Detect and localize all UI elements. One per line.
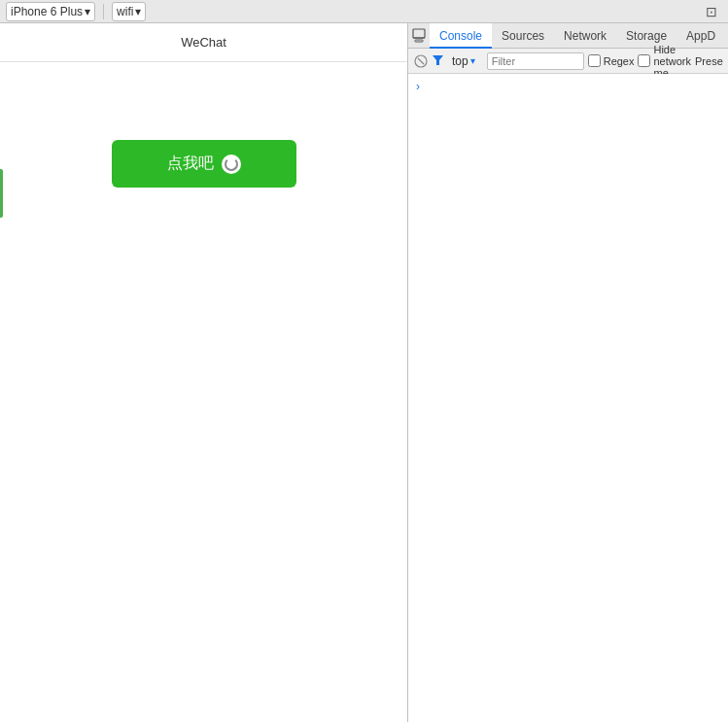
device-label: iPhone 6 Plus: [11, 5, 83, 18]
console-content: ›: [408, 74, 728, 722]
context-selector[interactable]: top ▾: [448, 52, 479, 71]
spinner-inner: [225, 157, 238, 171]
context-value: top: [452, 54, 468, 68]
regex-checkbox-label[interactable]: Regex: [588, 54, 635, 67]
network-label: wifi: [117, 5, 133, 18]
svg-rect-1: [415, 40, 423, 42]
simulator-title: WeChat: [0, 23, 407, 62]
simulator-panel: WeChat 点我吧: [0, 23, 408, 722]
console-prompt-chevron[interactable]: ›: [408, 78, 728, 95]
tab-console[interactable]: Console: [430, 23, 492, 49]
network-chevron-icon: ▾: [135, 5, 141, 18]
context-arrow-icon: ▾: [470, 55, 475, 66]
simulator-content: 点我吧: [0, 62, 407, 722]
click-me-button[interactable]: 点我吧: [112, 140, 296, 188]
console-filter-input[interactable]: [487, 52, 584, 70]
svg-marker-5: [433, 55, 443, 65]
toolbar-separator: [103, 4, 104, 19]
inspect-element-icon[interactable]: [412, 24, 428, 48]
device-selector[interactable]: iPhone 6 Plus ▾: [6, 2, 95, 21]
svg-line-4: [418, 58, 424, 64]
spinner-icon: [222, 155, 241, 174]
preserve-log-label: Prese: [695, 55, 723, 67]
regex-label: Regex: [604, 55, 635, 67]
main-area: WeChat 点我吧 Console Sources Network: [0, 23, 728, 722]
regex-checkbox[interactable]: [588, 54, 601, 67]
tab-network[interactable]: Network: [554, 23, 616, 49]
console-toolbar: top ▾ Regex Hide network me Prese: [408, 49, 728, 74]
hide-network-checkbox[interactable]: [638, 54, 650, 67]
svg-rect-0: [413, 29, 425, 38]
clear-console-button[interactable]: [414, 52, 428, 70]
device-chevron-icon: ▾: [85, 5, 90, 18]
inspect-toggle-button[interactable]: ⊡: [701, 2, 722, 21]
filter-icon: [432, 53, 444, 69]
top-toolbar: iPhone 6 Plus ▾ wifi ▾ ⊡: [0, 0, 728, 23]
click-me-label: 点我吧: [167, 154, 214, 174]
devtools-panel: Console Sources Network Storage AppD top: [408, 23, 728, 722]
network-selector[interactable]: wifi ▾: [112, 2, 146, 21]
left-indicator: [0, 169, 3, 218]
tab-sources[interactable]: Sources: [492, 23, 554, 49]
